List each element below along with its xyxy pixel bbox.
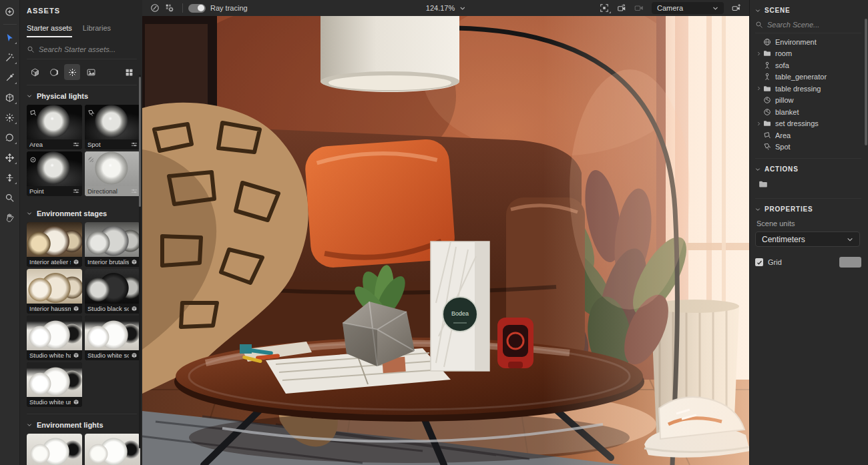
asset-card-studio-black[interactable]: Studio black soft... xyxy=(85,269,140,314)
zoom-level-control[interactable]: 124.17% xyxy=(426,0,465,16)
asset-cube-icon xyxy=(73,259,79,265)
lamp-shade-render xyxy=(320,16,459,92)
actions-section-header[interactable]: ACTIONS xyxy=(755,165,861,173)
frame-camera-icon xyxy=(600,3,609,13)
push-pull-tool[interactable] xyxy=(1,169,19,186)
divider xyxy=(27,414,137,414)
asset-thumbnail xyxy=(27,151,82,186)
light-tool[interactable] xyxy=(1,109,19,126)
section-environment-stages[interactable]: Environment stages xyxy=(27,209,137,217)
asset-card-area[interactable]: Area xyxy=(27,105,82,149)
scene-tree-item-sofa[interactable]: sofa xyxy=(755,59,861,71)
asset-card-interior-atelier[interactable]: Interior atelier s... xyxy=(27,222,82,267)
divider xyxy=(182,3,183,13)
move-tool[interactable] xyxy=(1,149,19,166)
rotate-tool[interactable] xyxy=(1,129,19,146)
section-environment-lights[interactable]: Environment lights xyxy=(27,421,137,429)
scene-search[interactable] xyxy=(755,21,861,29)
asset-card-circle[interactable]: Circle xyxy=(27,434,82,465)
tab-libraries[interactable]: Libraries xyxy=(83,24,111,37)
assets-panel-title: ASSETS xyxy=(27,7,137,15)
chevron-right-icon[interactable] xyxy=(755,121,762,126)
select-tool[interactable] xyxy=(1,29,19,46)
asset-cube-icon xyxy=(73,352,79,358)
assets-search[interactable] xyxy=(27,45,137,53)
ray-tracing-toggle[interactable] xyxy=(188,4,206,13)
viewport-canvas[interactable]: Bodea xyxy=(142,16,749,465)
scene-tree-item-spot[interactable]: Spot xyxy=(755,141,861,153)
assets-search-input[interactable] xyxy=(39,45,126,53)
asset-card-studio-white-so[interactable]: Studio white so... xyxy=(85,316,140,360)
scene-panel-scrollbar[interactable] xyxy=(865,19,867,145)
grid-color-button[interactable] xyxy=(839,257,861,268)
scene-section-header[interactable]: SCENE xyxy=(755,7,861,14)
chevron-right-icon[interactable] xyxy=(755,86,762,91)
grid-view-icon[interactable] xyxy=(121,64,137,80)
scene-tree-item-pillow[interactable]: pillow xyxy=(755,95,861,107)
environment-stages-grid: Interior atelier s... Interior brutalist… xyxy=(27,222,137,407)
assets-panel: ASSETS Starter assets Libraries xyxy=(20,0,142,465)
check-icon xyxy=(756,260,763,266)
asset-cube-icon xyxy=(73,306,79,312)
pan-tool[interactable] xyxy=(1,209,19,226)
asset-card-interior-brutalist[interactable]: Interior brutalist... xyxy=(85,222,140,267)
lights-filter-icon[interactable] xyxy=(64,64,80,80)
scene-render: Bodea xyxy=(142,16,749,465)
actions-folder-button[interactable] xyxy=(758,179,861,191)
grid-label: Grid xyxy=(768,258,782,266)
zoom-tool[interactable] xyxy=(1,189,19,206)
chevron-down-icon xyxy=(27,211,32,216)
scene-tree-item-table-dressing[interactable]: table dressing xyxy=(755,83,861,95)
scene-tree-item-room[interactable]: room xyxy=(755,48,861,60)
asset-card-interior-haussmann[interactable]: Interior haussm... xyxy=(27,269,82,314)
sampler-icon xyxy=(5,73,15,83)
properties-section-header[interactable]: PROPERTIES xyxy=(755,205,861,213)
add-camera-button[interactable] xyxy=(729,2,744,14)
section-physical-lights[interactable]: Physical lights xyxy=(27,92,137,100)
asset-thumbnail xyxy=(85,151,140,186)
materials-filter-icon[interactable] xyxy=(45,64,61,80)
asset-card-studio-white-um[interactable]: Studio white um... xyxy=(27,362,82,407)
asset-card-studio-white-ha[interactable]: Studio white ha... xyxy=(27,316,82,360)
models-filter-icon[interactable] xyxy=(27,64,43,80)
assets-scrollbar[interactable] xyxy=(139,75,141,448)
render-settings-button[interactable] xyxy=(162,2,177,14)
scene-tree-item-set-dressings[interactable]: set dressings xyxy=(755,118,861,130)
sliders-icon[interactable] xyxy=(131,141,138,147)
asset-card-square[interactable]: Square xyxy=(85,434,140,465)
search-icon xyxy=(755,21,763,29)
divider xyxy=(27,85,137,85)
environments-filter-icon[interactable] xyxy=(83,64,99,80)
asset-filters xyxy=(27,62,137,82)
scene-panel: SCENE Environment room sofa xyxy=(749,0,868,465)
asset-card-point[interactable]: Point xyxy=(27,151,82,196)
scene-tree: Environment room sofa table_generator ta… xyxy=(755,36,861,153)
frame-view-button[interactable] xyxy=(597,2,612,14)
share-view-button[interactable] xyxy=(614,2,629,14)
asset-card-spot[interactable]: Spot xyxy=(85,105,140,149)
primitive-tool[interactable] xyxy=(1,89,19,106)
render-quality-button[interactable] xyxy=(148,2,162,14)
magic-wand-tool[interactable] xyxy=(1,49,19,66)
cursor-icon xyxy=(5,33,15,43)
add-asset-button[interactable] xyxy=(1,3,19,20)
sliders-icon[interactable] xyxy=(73,141,79,147)
area-light-icon xyxy=(29,107,37,115)
scene-tree-item-blanket[interactable]: blanket xyxy=(755,106,861,118)
scene-search-input[interactable] xyxy=(767,21,854,29)
style-sampler-tool[interactable] xyxy=(1,69,19,86)
package-label: Bodea xyxy=(451,310,469,317)
globe-icon xyxy=(763,38,771,46)
scene-units-select[interactable]: Centimeters xyxy=(755,231,860,247)
camera-selector[interactable]: Camera xyxy=(652,2,724,14)
tab-starter-assets[interactable]: Starter assets xyxy=(27,24,72,37)
scene-tree-item-environment[interactable]: Environment xyxy=(755,36,861,48)
sliders-icon[interactable] xyxy=(73,188,79,194)
scene-tree-item-area[interactable]: Area xyxy=(755,129,861,141)
grid-checkbox[interactable] xyxy=(755,258,763,266)
scene-tree-item-table-generator[interactable]: table_generator xyxy=(755,71,861,83)
chevron-right-icon[interactable] xyxy=(755,51,762,56)
asset-card-directional[interactable]: Directional xyxy=(85,151,140,196)
sliders-icon[interactable] xyxy=(131,188,138,194)
camera-selector-value: Camera xyxy=(657,4,683,12)
